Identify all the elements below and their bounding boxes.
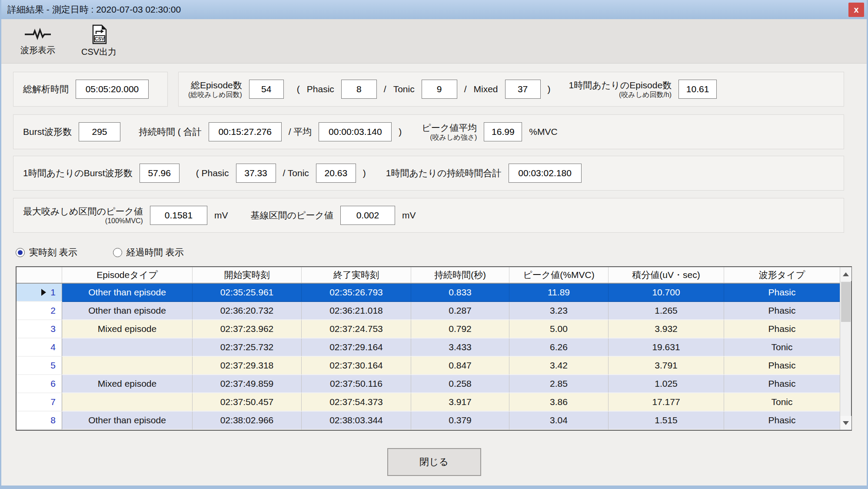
- table-body: 1Other than episode02:35:25.96102:35:26.…: [17, 284, 840, 430]
- phasic-rate-label: ( Phasic: [196, 168, 229, 178]
- cell-duration: 3.917: [411, 393, 509, 412]
- cell-duration: 0.287: [411, 302, 509, 320]
- scroll-up-icon: [843, 272, 849, 276]
- scrollbar-thumb[interactable]: [841, 282, 851, 322]
- row-marker-cell[interactable]: 3: [17, 320, 62, 338]
- peak-values-group: 最大咬みしめ区間のピーク値 (100%MVC) 0.1581 mV 基線区間のピ…: [13, 198, 844, 233]
- window-close-button[interactable]: x: [848, 3, 864, 17]
- cell-peak: 3.23: [509, 302, 609, 320]
- paren-close: ): [363, 168, 366, 178]
- cell-duration: 0.379: [411, 412, 509, 430]
- waveform-icon: [24, 26, 52, 43]
- slash: /: [464, 84, 467, 94]
- cell-end-time: 02:37:50.116: [302, 375, 411, 393]
- slash: /: [384, 84, 386, 94]
- max-clench-peak-value: 0.1581: [150, 206, 207, 225]
- vertical-scrollbar[interactable]: [840, 267, 851, 430]
- header-episode-type: Episodeタイプ: [62, 267, 193, 283]
- cell-start-time: 02:37:50.457: [193, 393, 302, 412]
- table-row[interactable]: 402:37:25.73202:37:29.1643.4336.2619.631…: [17, 338, 840, 357]
- row-marker-cell[interactable]: 6: [17, 375, 62, 393]
- toolbar: 波形表示 CSV CSV出力: [1, 19, 867, 64]
- radio-elapsed-icon: [113, 248, 122, 257]
- cell-integral: 1.515: [609, 412, 724, 430]
- row-marker-cell[interactable]: 1: [17, 284, 62, 302]
- row-number: 3: [50, 324, 56, 334]
- cell-start-time: 02:35:25.961: [193, 284, 302, 302]
- row-number: 5: [50, 360, 56, 371]
- total-analysis-label: 総解析時間: [23, 83, 69, 95]
- table-row[interactable]: 6Mixed episode02:37:49.85902:37:50.1160.…: [17, 375, 840, 393]
- table-row[interactable]: 3Mixed episode02:37:23.96202:37:24.7530.…: [17, 320, 840, 338]
- table-row[interactable]: 2Other than episode02:36:20.73202:36:21.…: [17, 302, 840, 320]
- table-row[interactable]: 502:37:29.31802:37:30.1640.8473.423.791P…: [17, 357, 840, 375]
- peak-avg-unit: %MVC: [529, 127, 557, 137]
- row-marker-cell[interactable]: 4: [17, 338, 62, 357]
- burst-per-hour-group: 1時間あたりのBurst波形数 57.96 ( Phasic 37.33 / T…: [13, 156, 844, 191]
- cell-integral: 1.025: [609, 375, 724, 393]
- radio-realtime-icon: [16, 248, 25, 257]
- episode-count-value: 54: [249, 80, 284, 99]
- cell-end-time: 02:37:29.164: [302, 338, 411, 357]
- csv-export-button[interactable]: CSV CSV出力: [77, 22, 121, 60]
- scroll-up-button[interactable]: [840, 267, 851, 281]
- row-number: 6: [50, 378, 56, 389]
- table-row[interactable]: 8Other than episode02:38:02.96602:38:03.…: [17, 412, 840, 430]
- cell-wave-type: Tonic: [724, 393, 840, 412]
- duration-avg-value: 00:00:03.140: [319, 122, 392, 141]
- header-peak: ピーク値(%MVC): [509, 267, 609, 283]
- duration-per-hour-label: 1時間あたりの持続時間合計: [386, 167, 502, 179]
- row-marker-cell[interactable]: 8: [17, 412, 62, 430]
- phasic-count-value: 8: [341, 80, 377, 99]
- cell-episode-type: [62, 338, 193, 357]
- radio-elapsed-display[interactable]: 経過時間 表示: [113, 246, 184, 258]
- cell-end-time: 02:35:26.793: [302, 284, 411, 302]
- cell-end-time: 02:36:21.018: [302, 302, 411, 320]
- csv-export-label: CSV出力: [81, 46, 116, 58]
- phasic-rate-value: 37.33: [236, 164, 276, 183]
- row-marker-cell[interactable]: 2: [17, 302, 62, 320]
- duration-total-label: 持続時間 ( 合計: [139, 126, 202, 138]
- cell-start-time: 02:36:20.732: [193, 302, 302, 320]
- cell-episode-type: Other than episode: [62, 284, 193, 302]
- cell-episode-type: [62, 393, 193, 412]
- header-integral: 積分値(uV・sec): [609, 267, 724, 283]
- burst-count-value: 295: [79, 122, 120, 141]
- table-header-row: Episodeタイプ 開始実時刻 終了実時刻 持続時間(秒) ピーク値(%MVC…: [17, 267, 840, 284]
- cell-peak: 3.86: [509, 393, 609, 412]
- row-marker-cell[interactable]: 5: [17, 357, 62, 375]
- window-title: 詳細結果 - 測定日時 : 2020-07-03 02:30:00: [7, 3, 181, 16]
- tonic-count-value: 9: [422, 80, 457, 99]
- header-duration: 持続時間(秒): [411, 267, 509, 283]
- dialog-window: 詳細結果 - 測定日時 : 2020-07-03 02:30:00 x 波形表示…: [0, 0, 868, 489]
- radio-realtime-display[interactable]: 実時刻 表示: [16, 246, 77, 258]
- episode-per-hour-label: 1時間あたりのEpisode数 (咬みしめ回数/h): [569, 80, 672, 99]
- episode-per-hour-value: 10.61: [678, 80, 717, 99]
- cell-episode-type: Mixed episode: [62, 320, 193, 338]
- cell-integral: 3.932: [609, 320, 724, 338]
- cell-integral: 10.700: [609, 284, 724, 302]
- burst-count-label: Burst波形数: [23, 126, 72, 138]
- current-row-arrow-icon: [41, 289, 46, 296]
- cell-integral: 17.177: [609, 393, 724, 412]
- duration-per-hour-value: 00:03:02.180: [509, 164, 582, 183]
- cell-end-time: 02:37:54.373: [302, 393, 411, 412]
- cell-duration: 0.258: [411, 375, 509, 393]
- episode-table: Episodeタイプ 開始実時刻 終了実時刻 持続時間(秒) ピーク値(%MVC…: [16, 266, 852, 431]
- waveform-display-button[interactable]: 波形表示: [16, 23, 60, 59]
- close-dialog-button[interactable]: 閉じる: [387, 448, 481, 476]
- tonic-rate-value: 20.63: [316, 164, 356, 183]
- burst-per-hour-label: 1時間あたりのBurst波形数: [23, 167, 133, 179]
- table-row[interactable]: 702:37:50.45702:37:54.3733.9173.8617.177…: [17, 393, 840, 412]
- scroll-down-button[interactable]: [840, 416, 851, 430]
- cell-duration: 3.433: [411, 338, 509, 357]
- cell-integral: 3.791: [609, 357, 724, 375]
- radio-elapsed-label: 経過時間 表示: [126, 246, 184, 258]
- display-mode-radios: 実時刻 表示 経過時間 表示: [16, 246, 184, 258]
- row-marker-cell[interactable]: 7: [17, 393, 62, 412]
- titlebar[interactable]: 詳細結果 - 測定日時 : 2020-07-03 02:30:00 x: [1, 0, 867, 19]
- burst-group: Burst波形数 295 持続時間 ( 合計 00:15:27.276 / 平均…: [13, 114, 844, 149]
- cell-peak: 3.04: [509, 412, 609, 430]
- table-row[interactable]: 1Other than episode02:35:25.96102:35:26.…: [17, 284, 840, 302]
- paren-close: ): [399, 127, 402, 137]
